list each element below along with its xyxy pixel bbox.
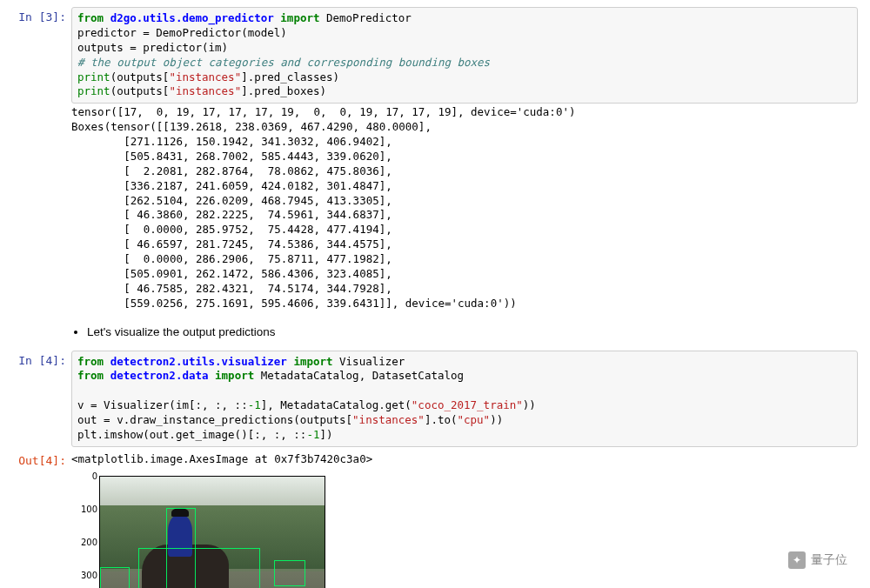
module-path: detectron2.data (110, 369, 209, 382)
axes-image: 0 100 200 300 400 0 (71, 476, 325, 588)
string-literal: "coco_2017_train" (412, 398, 523, 411)
stdout-3: tensor([17, 0, 19, 17, 17, 17, 19, 0, 0,… (71, 104, 858, 316)
code-text: plt.imshow(out.get_image()[:, :, :: (77, 428, 306, 441)
plot-output-4: 0 100 200 300 400 0 (71, 472, 858, 588)
bbox-left (100, 567, 130, 588)
code-text: )) (490, 413, 503, 426)
code-input-3[interactable]: from d2go.utils.demo_predictor import De… (71, 7, 858, 104)
kw-from: from (77, 11, 104, 24)
import-name: DemoPredictor (326, 11, 412, 24)
import-name: Visualizer (339, 355, 405, 368)
code-line: predictor = DemoPredictor(model) (77, 26, 287, 39)
code-input-4[interactable]: from detectron2.utils.visualizer import … (71, 351, 858, 447)
y-tick-label: 0 (73, 471, 97, 481)
code-text: ].pred_boxes) (241, 84, 326, 97)
kw-import: import (215, 369, 254, 382)
y-tick-label: 100 (73, 504, 97, 514)
kw-from: from (77, 355, 104, 368)
string-literal: "instances" (352, 413, 425, 426)
import-names: MetadataCatalog, DatasetCatalog (261, 369, 464, 382)
result-repr-4: <matplotlib.image.AxesImage at 0x7f3b742… (71, 451, 858, 472)
detection-image (99, 476, 325, 588)
kw-import: import (280, 11, 319, 24)
markdown-bullet: Let's visualize the output predictions (87, 325, 858, 338)
code-text: ], MetadataCatalog.get( (261, 398, 412, 411)
code-text: ].pred_classes) (241, 70, 339, 84)
string-literal: "instances" (169, 70, 241, 84)
cell-out-4: Out[4]: <matplotlib.image.AxesImage at 0… (12, 451, 858, 588)
code-text: ]) (319, 428, 332, 441)
bbox-right (274, 560, 305, 586)
y-tick-label: 200 (73, 538, 97, 547)
string-literal: "instances" (169, 84, 241, 97)
code-line: outputs = predictor(im) (77, 41, 228, 54)
kw-import: import (293, 355, 332, 368)
cell-in-4: In [4]: from detectron2.utils.visualizer… (12, 351, 858, 447)
markdown-cell: Let's visualize the output predictions (71, 317, 858, 347)
code-text: v = Visualizer(im[:, :, :: (77, 398, 248, 411)
module-path: detectron2.utils.visualizer (110, 355, 287, 368)
number-literal: -1 (248, 398, 261, 411)
prompt-in-3: In [3]: (12, 7, 71, 347)
code-text: out = v.draw_instance_predictions(output… (77, 413, 352, 426)
code-text: )) (523, 398, 536, 411)
number-literal: -1 (306, 428, 319, 441)
builtin-print: print (77, 84, 110, 97)
bbox-person (166, 508, 196, 588)
string-literal: "cpu" (458, 413, 491, 426)
code-comment: # the output object categories and corre… (77, 56, 490, 69)
builtin-print: print (77, 70, 110, 84)
code-text: (outputs[ (110, 84, 170, 97)
code-text: (outputs[ (110, 70, 170, 84)
module-path: d2go.utils.demo_predictor (110, 11, 274, 24)
y-tick-label: 300 (73, 571, 97, 580)
bbox-horse (138, 548, 260, 588)
kw-from: from (77, 369, 104, 382)
prompt-in-4: In [4]: (12, 351, 71, 447)
cell-in-3: In [3]: from d2go.utils.demo_predictor i… (12, 7, 858, 347)
prompt-out-4: Out[4]: (12, 451, 71, 588)
code-text: ].to( (425, 413, 458, 426)
